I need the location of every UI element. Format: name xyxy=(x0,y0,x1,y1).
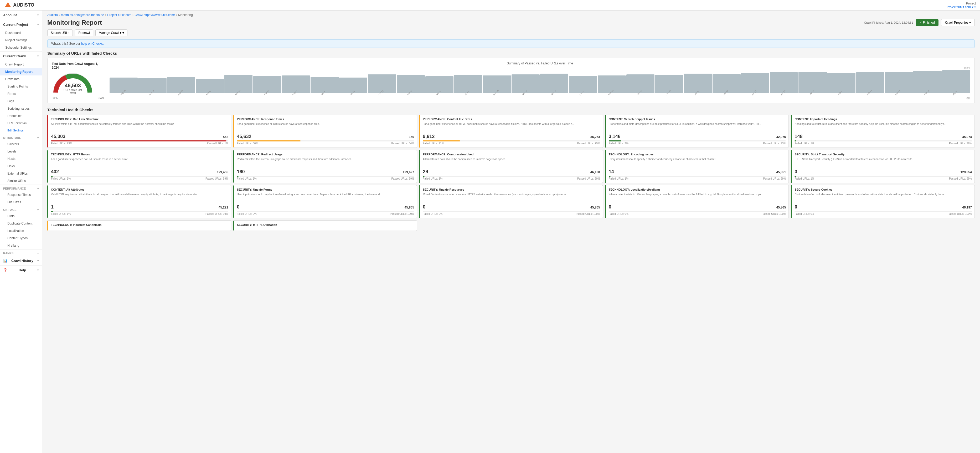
sidebar-item-external-urls[interactable]: External URLs xyxy=(0,170,42,177)
finished-button[interactable]: ✓ Finished xyxy=(916,19,939,26)
check-card-big: 0 xyxy=(794,204,797,210)
check-card-big: 9,612 xyxy=(423,134,434,139)
check-card[interactable]: TECHNOLOGY: Encoding Issues Every docume… xyxy=(605,150,789,183)
search-urls-button[interactable]: Search URLs xyxy=(47,29,73,36)
sidebar-performance-label[interactable]: Performance ▾ xyxy=(0,185,42,191)
breadcrumb: Audisto › matthias.pein@more-media.de › … xyxy=(42,11,980,17)
sidebar-ranks-label[interactable]: Ranks ▾ xyxy=(0,249,42,256)
bar-wrap: Oct 11 xyxy=(339,70,367,96)
sidebar-item-links[interactable]: Links xyxy=(0,163,42,170)
sidebar-item-response-times[interactable]: Response Times xyxy=(0,191,42,198)
crawl-history-icon: 📊 xyxy=(3,259,7,263)
sidebar-account-header[interactable]: Account ▾ xyxy=(0,11,42,20)
check-card[interactable]: CONTENT: Search Snippet Issues Proper ti… xyxy=(605,115,789,148)
check-card[interactable]: TECHNOLOGY: Bad Link Structure All links… xyxy=(47,115,231,148)
sidebar-item-robots-txt[interactable]: Robots.txt xyxy=(0,112,42,120)
check-card-desc: For a good user experience no URL should… xyxy=(51,158,228,167)
breadcrumb-project[interactable]: Project tutkit.com xyxy=(107,13,131,17)
breadcrumb-email[interactable]: matthias.pein@more-media.de xyxy=(61,13,104,17)
bottom-check-card[interactable]: TECHNOLOGY: Incorrect Canonicals xyxy=(47,220,231,231)
check-failed-pct: Failed URLs: 36% xyxy=(237,142,258,145)
check-failed-pct: Failed URLs: 0% xyxy=(609,212,628,215)
check-card[interactable]: CONTENT: Alt Attributes Valid HTML requi… xyxy=(47,185,231,218)
check-card-sub: Failed URLs: 99% Passed URLs: 1% xyxy=(51,142,228,145)
project-selector[interactable]: Project Project tutkit.com ▾ xyxy=(947,2,976,9)
sidebar-item-scheduler-settings[interactable]: Scheduler Settings xyxy=(0,44,42,51)
check-card[interactable]: CONTENT: Important Headings Headings add… xyxy=(791,115,975,148)
sidebar-item-clusters[interactable]: Clusters xyxy=(0,140,42,148)
sidebar-crawl-history-header[interactable]: 📊 Crawl History ▾ xyxy=(0,256,42,265)
check-card-big: 402 xyxy=(51,169,59,175)
check-card[interactable]: TECHNOLOGY: HTTP Errors For a good user … xyxy=(47,150,231,183)
check-failed-pct: Failed URLs: 0% xyxy=(237,212,257,215)
check-failed-pct: Failed URLs: 21% xyxy=(423,142,444,145)
bottom-check-card[interactable]: SECURITY: HTTPS Utilization xyxy=(233,220,417,231)
sidebar-item-scripting-issues[interactable]: Scripting Issues xyxy=(0,105,42,112)
check-card-big: 14 xyxy=(609,169,614,175)
sidebar-item-logs[interactable]: Logs xyxy=(0,97,42,105)
bar-wrap: Oct 4 xyxy=(310,70,339,96)
check-passed-pct: Passed URLs: 99% xyxy=(577,177,600,180)
sidebar-item-monitoring-report[interactable]: Monitoring Report xyxy=(0,68,42,75)
breadcrumb-audisto[interactable]: Audisto xyxy=(47,13,58,17)
sidebar-item-content-types[interactable]: Content Types xyxy=(0,234,42,242)
check-failed-pct: Failed URLs: 1% xyxy=(794,142,814,145)
check-card[interactable]: SECURITY: Unsafe Resources Mixed Content… xyxy=(419,185,603,218)
logo-text: AUDISTO xyxy=(13,2,34,8)
sidebar-current-crawl-header[interactable]: Current Crawl ▾ xyxy=(0,51,42,61)
check-card[interactable]: SECURITY: Strict Transport Security HTTP… xyxy=(791,150,975,183)
check-passed-pct: Passed URLs: 100% xyxy=(948,212,972,215)
sidebar-item-url-rewrites[interactable]: URL Rewrites xyxy=(0,120,42,127)
project-link[interactable]: Project tutkit.com ▾ xyxy=(947,5,976,9)
sidebar-item-hints[interactable]: Hints xyxy=(0,212,42,220)
sidebar-structure-label[interactable]: Structure ▾ xyxy=(0,134,42,140)
chevron-icon7: ▾ xyxy=(37,252,39,255)
check-card-numbers: 29 46,130 xyxy=(423,169,600,175)
check-card-numbers: 402 129,455 xyxy=(51,169,228,175)
sidebar-item-hreflang[interactable]: Hreflang xyxy=(0,242,42,249)
sidebar-item-starting-points[interactable]: Starting Points xyxy=(0,83,42,90)
summary-section-title: Summary of URLs with failed Checks xyxy=(47,51,975,56)
sidebar-item-dashboard[interactable]: Dashboard xyxy=(0,29,42,37)
sidebar-item-edit-settings[interactable]: Edit Settings xyxy=(0,127,42,134)
check-card[interactable]: PERFORMANCE: Redirect Usage Redirects wi… xyxy=(233,150,417,183)
check-bar-row xyxy=(609,175,786,177)
banner-link[interactable]: help on Checks. xyxy=(81,42,104,45)
sidebar-item-localization[interactable]: Localization xyxy=(0,227,42,234)
sidebar-current-project-header[interactable]: Current Project ▾ xyxy=(0,20,42,29)
check-card-numbers: 0 46,197 xyxy=(794,204,972,210)
project-label: Project xyxy=(947,2,976,5)
breadcrumb-crawl[interactable]: Crawl https://www.tutkit.com/ xyxy=(135,13,175,17)
crawl-properties-button[interactable]: Crawl Properties ▾ xyxy=(941,19,975,26)
check-card-title: SECURITY: Strict Transport Security xyxy=(794,153,972,156)
sidebar-item-file-sizes[interactable]: File Sizes xyxy=(0,198,42,206)
sidebar-item-hosts[interactable]: Hosts xyxy=(0,155,42,163)
sidebar-item-errors[interactable]: Errors xyxy=(0,90,42,97)
sidebar-help-header[interactable]: ❓ Help ▾ xyxy=(0,266,42,275)
sidebar-item-duplicate-content[interactable]: Duplicate Content xyxy=(0,220,42,227)
manage-crawl-button[interactable]: Manage Crawl ▾ xyxy=(95,29,127,36)
check-card[interactable]: SECURITY: Unsafe Forms User input data s… xyxy=(233,185,417,218)
sidebar-item-crawl-report[interactable]: Crawl Report xyxy=(0,61,42,68)
check-bar-fill xyxy=(794,140,796,142)
bar-wrap: Oct 18 xyxy=(368,70,396,96)
check-card[interactable]: SECURITY: Secure Cookies Cookie data oft… xyxy=(791,185,975,218)
sidebar-item-crawl-info[interactable]: Crawl Info xyxy=(0,75,42,83)
sidebar-on-page-label[interactable]: On-page ▾ xyxy=(0,206,42,212)
recrawl-button[interactable]: Recrawl xyxy=(75,29,93,36)
check-card-numbers: 0 45,865 xyxy=(423,204,600,210)
check-card-title: TECHNOLOGY: HTTP Errors xyxy=(51,153,228,156)
audisto-logo-icon xyxy=(4,2,11,9)
sidebar-item-project-settings[interactable]: Project Settings xyxy=(0,37,42,44)
check-card[interactable]: TECHNOLOGY: Localization/Hreflang When c… xyxy=(605,185,789,218)
sidebar-item-levels[interactable]: Levels xyxy=(0,148,42,155)
check-bar-row xyxy=(794,175,972,177)
check-card[interactable]: PERFORMANCE: Response Times For a good u… xyxy=(233,115,417,148)
check-card[interactable]: PERFORMANCE: Content File Sizes For a go… xyxy=(419,115,603,148)
check-card-title: SECURITY: Secure Cookies xyxy=(794,188,972,191)
check-card[interactable]: PERFORMANCE: Compression Used All transf… xyxy=(419,150,603,183)
chevron-icon2: ▾ xyxy=(37,23,39,26)
check-failed-pct: Failed URLs: 1% xyxy=(423,177,442,180)
check-bar-row xyxy=(51,175,228,177)
sidebar-item-similar-urls[interactable]: Similar URLs xyxy=(0,177,42,185)
